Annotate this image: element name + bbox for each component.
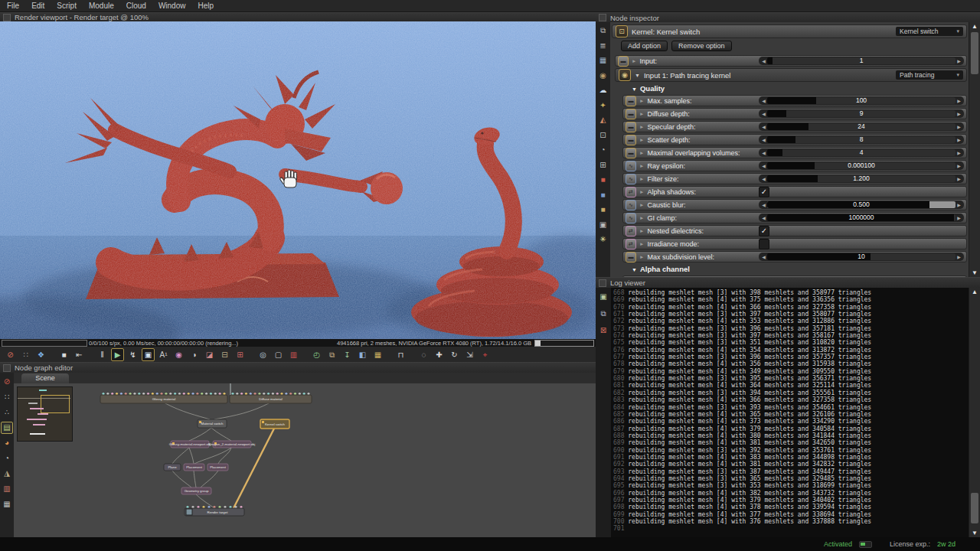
render-viewport-titlebar[interactable]: Render viewport - Render target @ 100% bbox=[0, 12, 596, 21]
log-scrollbar[interactable]: ▲ ▼ bbox=[969, 288, 980, 537]
param-row-irradiance-mode[interactable]: ⇄►Irradiance mode: bbox=[622, 238, 967, 249]
scroll-up-icon[interactable]: ▲ bbox=[969, 22, 980, 31]
pie-gray-icon[interactable]: ◔ bbox=[1, 452, 13, 465]
color-wheel-icon[interactable]: ◉ bbox=[172, 348, 185, 361]
tab-scene[interactable]: Scene bbox=[21, 373, 69, 383]
pause-render-icon[interactable]: ‖ bbox=[96, 348, 109, 361]
lock-resolution-icon[interactable]: ⊓ bbox=[394, 348, 407, 361]
value-slider[interactable]: ◀4▶ bbox=[759, 148, 964, 157]
alpha-mode-icon[interactable]: ◪ bbox=[203, 348, 216, 361]
decrement-icon[interactable]: ◀ bbox=[760, 163, 767, 168]
texture-node-icon[interactable]: ✦ bbox=[597, 99, 609, 112]
menu-script[interactable]: Script bbox=[57, 2, 77, 10]
increment-icon[interactable]: ▶ bbox=[956, 124, 962, 129]
terrain-icon[interactable]: ◮ bbox=[1, 468, 13, 480]
camera-node-icon[interactable]: ◉ bbox=[597, 70, 609, 82]
abort-render-icon[interactable]: ⊘ bbox=[4, 348, 17, 361]
node-pin-icon[interactable]: ▬ bbox=[626, 109, 636, 119]
expander-icon[interactable]: ► bbox=[639, 241, 644, 246]
zoom-tool-icon[interactable]: ◎ bbox=[256, 348, 270, 361]
expander-icon[interactable]: ► bbox=[632, 58, 636, 64]
clear-log-icon[interactable]: ⊠ bbox=[597, 324, 609, 337]
value-slider[interactable]: ◀24▶ bbox=[759, 122, 964, 131]
param-row-nested-dielectrics[interactable]: ⇄►Nested dielectrics:✓ bbox=[622, 225, 967, 236]
decrement-icon[interactable]: ◀ bbox=[760, 98, 767, 103]
red-material-icon[interactable]: ■ bbox=[597, 174, 609, 186]
increment-icon[interactable]: ▶ bbox=[956, 58, 962, 64]
world-axis-icon[interactable]: ⌖ bbox=[479, 348, 492, 361]
param-checkbox[interactable]: ✓ bbox=[759, 226, 769, 236]
expander-icon[interactable]: ► bbox=[639, 254, 644, 259]
expander-icon[interactable]: ► bbox=[639, 189, 644, 194]
node-link-icon[interactable]: ⊞ bbox=[597, 159, 609, 171]
increment-icon[interactable]: ▶ bbox=[956, 137, 962, 142]
value-slider[interactable]: ◀1.200▶ bbox=[759, 174, 964, 183]
log-output[interactable]: 668 rebuilding meshlet mesh [3] with 398… bbox=[613, 289, 969, 537]
expander-icon[interactable]: ► bbox=[639, 176, 644, 181]
decrement-icon[interactable]: ◀ bbox=[760, 254, 767, 259]
param-row-specular-depth[interactable]: ▬►Specular depth:◀24▶ bbox=[622, 121, 967, 132]
increment-icon[interactable]: ▶ bbox=[956, 254, 962, 259]
value-slider[interactable]: ◀1000000▶ bbox=[759, 214, 964, 222]
start-render-icon[interactable]: ▶ bbox=[111, 348, 124, 361]
node-inspector-titlebar[interactable]: Node inspector bbox=[596, 12, 980, 22]
increment-icon[interactable]: ▶ bbox=[956, 215, 962, 220]
menu-cloud[interactable]: Cloud bbox=[126, 2, 146, 10]
decrement-icon[interactable]: ◀ bbox=[760, 58, 767, 64]
increment-icon[interactable]: ▶ bbox=[956, 176, 962, 181]
kernel-select-dropdown[interactable]: Path tracing▾ bbox=[896, 70, 963, 80]
node-pin-icon[interactable]: ∿ bbox=[626, 161, 636, 171]
value-slider[interactable]: ◀100▶ bbox=[759, 96, 964, 105]
menu-help[interactable]: Help bbox=[198, 2, 214, 10]
node-pin-icon[interactable]: ▬ bbox=[626, 96, 636, 106]
no-preview-icon[interactable]: ⊘ bbox=[1, 376, 13, 388]
environment-node-icon[interactable]: ☁ bbox=[597, 84, 609, 96]
subsampling-icon[interactable]: A¹ bbox=[157, 348, 170, 361]
decrement-icon[interactable]: ◀ bbox=[760, 176, 767, 181]
kernel-type-dropdown[interactable]: Kernel switch▾ bbox=[896, 27, 963, 36]
node-pin-icon[interactable]: ⇄ bbox=[626, 226, 636, 236]
sun-light-icon[interactable]: ✳ bbox=[597, 233, 609, 246]
background-image-icon[interactable]: ▦ bbox=[371, 348, 384, 361]
scroll-thumb[interactable] bbox=[971, 32, 978, 74]
scroll-down-icon[interactable]: ▼ bbox=[969, 529, 980, 537]
render-passes-icon[interactable]: ⊞ bbox=[234, 348, 247, 361]
stop-render-icon[interactable]: ■ bbox=[57, 348, 70, 361]
render-layer-icon[interactable]: ⊟ bbox=[218, 348, 231, 361]
node-pin-icon[interactable]: ▬ bbox=[626, 135, 636, 145]
pie-orange-icon[interactable]: ◕ bbox=[1, 437, 13, 449]
move-tool-icon[interactable]: ✚ bbox=[433, 348, 446, 361]
frame-node-icon[interactable]: ⊡ bbox=[597, 129, 609, 142]
param-row-ray-epsilon[interactable]: ∿►Ray epsilon:◀0.000100▶ bbox=[622, 160, 967, 171]
decrement-icon[interactable]: ◀ bbox=[760, 202, 767, 207]
node-graph-area[interactable]: Glossy materialDiffuse materialMaterial … bbox=[14, 383, 596, 537]
restart-render-icon[interactable]: ⇤ bbox=[73, 348, 86, 361]
expander-icon[interactable]: ► bbox=[639, 111, 644, 116]
stats-icon[interactable]: ▥ bbox=[1, 483, 13, 495]
node-pin-icon[interactable]: ⇄ bbox=[626, 187, 636, 197]
param-row-gi-clamp[interactable]: ∿►GI clamp:◀1000000▶ bbox=[622, 212, 967, 223]
grid-icon[interactable]: ▦ bbox=[1, 498, 13, 510]
image-node-icon[interactable]: ▣ bbox=[597, 219, 609, 231]
object-picker-icon[interactable]: ◌ bbox=[417, 348, 430, 361]
panel-handle-icon[interactable] bbox=[599, 279, 606, 287]
log-viewer-titlebar[interactable]: Log viewer bbox=[596, 277, 980, 288]
param-row-max-samples[interactable]: ▬►Max. samples:◀100▶ bbox=[622, 95, 967, 106]
copy-log-icon[interactable]: ⧉ bbox=[597, 308, 609, 320]
scale-tool-icon[interactable]: ⇲ bbox=[463, 348, 476, 361]
increment-icon[interactable]: ▶ bbox=[956, 202, 962, 207]
section-title-quality[interactable]: ▼Quality bbox=[632, 84, 969, 93]
decrement-icon[interactable]: ◀ bbox=[760, 137, 767, 142]
render-viewport-canvas[interactable] bbox=[0, 21, 596, 339]
node-list-icon[interactable]: ≣ bbox=[597, 40, 609, 52]
expander-icon[interactable]: ► bbox=[639, 215, 644, 220]
decrement-icon[interactable]: ◀ bbox=[760, 124, 767, 129]
node-inspector-scrollbar[interactable]: ▲ ▼ bbox=[969, 22, 980, 277]
param-row-scatter-depth[interactable]: ▬►Scatter depth:◀8▶ bbox=[622, 134, 967, 145]
medium-node-icon[interactable]: ◭ bbox=[597, 114, 609, 126]
filmstrip-icon[interactable]: ▤ bbox=[1, 422, 13, 434]
param-row-maximal-overlapping-volumes[interactable]: ▬►Maximal overlapping volumes:◀4▶ bbox=[622, 147, 967, 158]
image-texture-icon[interactable]: ▦ bbox=[597, 54, 609, 67]
increment-icon[interactable]: ▶ bbox=[956, 163, 962, 168]
value-slider[interactable]: ◀8▶ bbox=[759, 135, 964, 144]
